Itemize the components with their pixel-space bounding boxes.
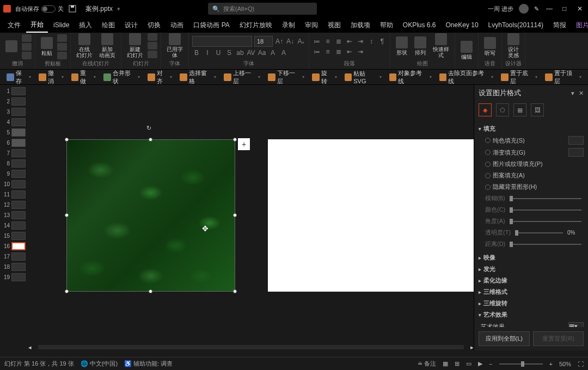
art-effect-picker[interactable]: ▦▾ [568, 322, 584, 327]
thumbnail-1[interactable]: 1 [0, 86, 28, 96]
slider[interactable] [510, 209, 581, 211]
minimize-button[interactable]: — [544, 4, 554, 14]
selected-picture[interactable]: ↻ + ✥ [66, 139, 235, 292]
ribbon-btn-新建幻灯片[interactable]: 新建 幻灯片 [125, 32, 145, 59]
ribbon-btn-设计灵感[interactable]: 设计 灵感 [505, 32, 522, 59]
slider[interactable] [510, 244, 581, 245]
thumbnail-14[interactable]: 14 [0, 220, 28, 231]
section-艺术效果[interactable]: 艺术效果 [479, 309, 584, 320]
dropdown-icon[interactable]: ▾ [571, 90, 574, 97]
tab-加载项[interactable]: 加载项 [346, 18, 375, 32]
resize-handle[interactable] [233, 289, 237, 293]
tab-LvyhTools(201114)[interactable]: LvyhTools(201114) [484, 19, 548, 31]
thumbnail-9[interactable]: 9 [0, 169, 28, 179]
thumbnail-15[interactable]: 15 [0, 231, 28, 241]
thumbnail-4[interactable]: 4 [0, 117, 28, 127]
add-button[interactable]: + [238, 138, 250, 150]
qat-上移一层[interactable]: 上移一层▾ [222, 68, 262, 87]
rotate-handle-icon[interactable]: ↻ [146, 125, 155, 133]
thumbnail-18[interactable]: 18 [0, 262, 28, 272]
tab-OneKey 10[interactable]: OneKey 10 [442, 19, 483, 31]
resize-handle[interactable] [233, 213, 237, 217]
small-ribbon-btn[interactable] [57, 43, 67, 51]
thumbnail-7[interactable]: 7 [0, 148, 28, 158]
accessibility[interactable]: ♿ 辅助功能: 调查 [124, 360, 173, 368]
qat-选择窗格[interactable]: 选择窗格▾ [177, 68, 218, 87]
ribbon-btn-已用字体[interactable]: 已用字 体 [164, 32, 185, 59]
font-style-Aa[interactable]: Aa [258, 48, 266, 57]
view-sorter-icon[interactable]: ⊞ [455, 360, 460, 367]
para-btn[interactable]: ≡ [323, 47, 332, 56]
slider[interactable] [515, 232, 563, 233]
para-btn[interactable]: ≣ [334, 47, 343, 56]
fit-window-icon[interactable]: ⛶ [578, 361, 584, 367]
ribbon-btn-快速样式[interactable]: 快速样 式 [431, 32, 451, 59]
slider[interactable] [510, 198, 581, 199]
zoom-slider[interactable] [499, 363, 543, 365]
white-rectangle[interactable] [268, 139, 474, 292]
small-ribbon-btn[interactable] [22, 52, 32, 59]
tab-录制[interactable]: 录制 [278, 18, 299, 32]
font-style-ab[interactable]: ab [236, 48, 244, 57]
section-映像[interactable]: 映像 [479, 252, 584, 263]
font-name-select[interactable] [192, 36, 252, 47]
view-slideshow-icon[interactable]: ▶ [478, 360, 482, 367]
para-btn[interactable]: ≡ [323, 37, 332, 46]
close-button[interactable]: ✕ [575, 4, 585, 14]
font-style-I[interactable]: I [203, 48, 212, 57]
autosave-toggle[interactable]: 自动保存 关 [15, 5, 64, 13]
font-style-AV[interactable]: AV [247, 48, 255, 57]
tab-帮助[interactable]: 帮助 [376, 18, 397, 32]
qat-对齐[interactable]: 对齐▾ [145, 68, 174, 87]
resize-handle[interactable] [149, 138, 152, 141]
notes-button[interactable]: ≐ 备注 [418, 360, 436, 368]
font-style-S[interactable]: S [225, 48, 234, 57]
tab-fill-line[interactable]: ◆ [479, 103, 492, 116]
section-柔化边缘[interactable]: 柔化边缘 [479, 275, 584, 286]
ribbon-btn-粘贴[interactable]: 粘贴 [39, 36, 55, 57]
view-normal-icon[interactable]: ▦ [443, 360, 448, 367]
tab-绘图[interactable]: 绘图 [97, 18, 119, 32]
language[interactable]: 🌐 中文(中国) [81, 360, 118, 368]
tab-审阅[interactable]: 审阅 [301, 18, 322, 32]
color-picker[interactable] [568, 148, 584, 157]
thumbnail-17[interactable]: 17 [0, 251, 28, 262]
resize-handle[interactable] [65, 138, 69, 141]
qat-去除页面参考线[interactable]: 去除页面参考线▾ [437, 68, 496, 87]
section-三维格式[interactable]: 三维格式 [479, 286, 584, 298]
para-btn[interactable]: ⇥ [356, 47, 365, 56]
thumbnail-13[interactable]: 13 [0, 210, 28, 220]
ribbon-btn-形状[interactable]: 形状 [394, 35, 410, 57]
tab-动画[interactable]: 动画 [166, 18, 188, 32]
fill-option[interactable]: 图案填充(A) [479, 170, 584, 181]
apply-all-button[interactable]: 应用到全部(L) [479, 331, 530, 346]
qat-重做[interactable]: 重做▾ [69, 68, 98, 87]
thumbnail-10[interactable]: 10 [0, 179, 28, 189]
font-size-btn[interactable]: A↓ [286, 37, 295, 46]
qat-对象参考线[interactable]: 对象参考线▾ [387, 68, 434, 87]
font-style-A[interactable]: A [279, 48, 288, 57]
thumbnail-6[interactable]: 6 [0, 138, 28, 148]
save-icon[interactable] [68, 4, 77, 13]
color-picker[interactable] [568, 136, 584, 145]
slide-thumbnails[interactable]: 12345678910111213141516171819 [0, 85, 28, 350]
tab-OKPlus 6.6[interactable]: OKPlus 6.6 [399, 19, 440, 31]
tab-开始[interactable]: 开始 [26, 18, 48, 33]
tab-简报[interactable]: 简报 [549, 18, 571, 32]
close-pane-button[interactable]: ✕ [579, 90, 584, 97]
font-style-U[interactable]: U [214, 48, 223, 57]
fill-option[interactable]: 隐藏背景图形(H) [479, 181, 584, 193]
tab-视图[interactable]: 视图 [323, 18, 345, 32]
font-size-select[interactable]: 18 [254, 36, 273, 47]
thumbnail-12[interactable]: 12 [0, 200, 28, 210]
para-btn[interactable]: ≔ [313, 37, 321, 46]
qat-保存[interactable]: 保存▾ [4, 68, 33, 87]
para-btn[interactable]: ≣ [334, 37, 343, 46]
small-ribbon-btn[interactable] [57, 52, 67, 59]
qat-合并形状[interactable]: 合并形状▾ [101, 68, 142, 87]
zoom-level[interactable]: 50% [559, 361, 571, 367]
para-btn[interactable]: ≔ [313, 47, 321, 56]
fill-option[interactable]: 图片或纹理填充(P) [479, 158, 584, 170]
ribbon-btn-在线幻灯片[interactable]: 在线 幻灯片 [74, 32, 95, 59]
small-ribbon-btn[interactable] [148, 42, 157, 50]
